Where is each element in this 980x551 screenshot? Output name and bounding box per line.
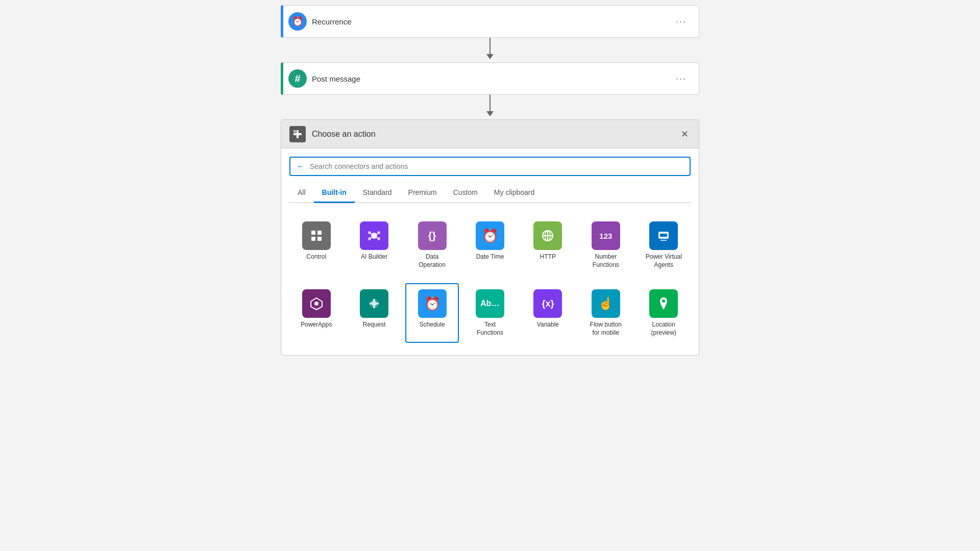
connector-request-icon <box>360 289 388 318</box>
arrow-1 <box>486 38 494 62</box>
tab-standard[interactable]: Standard <box>355 184 400 203</box>
recurrence-menu[interactable]: ··· <box>672 12 691 31</box>
arrow-line-1 <box>489 38 491 54</box>
arrow-head-2 <box>486 111 494 116</box>
connector-control-icon <box>302 221 331 250</box>
svg-rect-22 <box>660 234 667 237</box>
connector-power-virtual-agents-icon <box>649 221 678 250</box>
connector-data-operation[interactable]: {} DataOperation <box>405 215 459 275</box>
connector-variable-label: Variable <box>537 321 559 329</box>
connector-number-functions[interactable]: 123 NumberFunctions <box>579 215 632 275</box>
tab-premium[interactable]: Premium <box>400 184 445 203</box>
connector-schedule-icon: ⏰ <box>418 289 447 318</box>
svg-rect-2 <box>293 130 296 133</box>
tab-built-in[interactable]: Built-in <box>314 184 355 203</box>
svg-rect-5 <box>317 231 322 235</box>
connector-http-icon <box>533 221 562 250</box>
svg-point-27 <box>373 299 375 301</box>
arrow-head-1 <box>486 54 494 59</box>
svg-rect-21 <box>660 240 667 241</box>
svg-rect-4 <box>311 237 315 241</box>
connector-text-functions-label: TextFunctions <box>477 321 503 337</box>
connector-date-time-label: Date Time <box>476 253 504 261</box>
connector-number-functions-icon: 123 <box>592 221 620 250</box>
recurrence-label: Recurrence <box>312 17 672 26</box>
search-back-icon[interactable]: ← <box>297 162 305 171</box>
panel-title: Choose an action <box>312 130 679 139</box>
connector-flow-button[interactable]: ☝ Flow buttonfor mobile <box>579 283 632 343</box>
connector-power-apps-label: PowerApps <box>301 321 332 329</box>
svg-point-29 <box>373 306 375 308</box>
connector-location-icon <box>649 289 678 318</box>
connector-location-label: Location(preview) <box>651 321 676 337</box>
svg-rect-6 <box>317 237 322 241</box>
connector-date-time[interactable]: ⏰ Date Time <box>463 215 517 275</box>
connector-schedule[interactable]: ⏰ Schedule <box>405 283 459 343</box>
svg-point-30 <box>370 303 372 305</box>
connector-schedule-label: Schedule <box>420 321 445 329</box>
search-input[interactable] <box>310 162 683 170</box>
svg-point-28 <box>377 303 379 305</box>
connector-flow-button-label: Flow buttonfor mobile <box>590 321 622 337</box>
action-icon-svg <box>292 129 303 139</box>
svg-rect-3 <box>311 231 315 235</box>
tab-custom[interactable]: Custom <box>445 184 486 203</box>
post-message-icon: # <box>288 69 307 88</box>
post-message-icon-box: # <box>283 62 312 95</box>
connector-power-apps-icon <box>302 289 331 318</box>
panel-header-icon <box>289 126 306 142</box>
connector-ai-builder-label: AI Builder <box>361 253 387 261</box>
panel-body: ← All Built-in Standard Premium Custom M… <box>281 148 699 355</box>
tabs-bar: All Built-in Standard Premium Custom My … <box>289 184 691 203</box>
flow-container: ⏰ Recurrence ··· # Post message ··· <box>281 5 699 356</box>
connector-power-apps[interactable]: PowerApps <box>289 283 343 343</box>
search-box: ← <box>289 157 691 176</box>
connector-variable-icon: {x} <box>533 289 562 318</box>
connector-location[interactable]: Location(preview) <box>637 283 691 343</box>
svg-rect-1 <box>297 130 299 138</box>
recurrence-icon: ⏰ <box>288 12 307 31</box>
tab-all[interactable]: All <box>289 184 314 203</box>
connector-http[interactable]: HTTP <box>521 215 575 275</box>
connector-date-time-icon: ⏰ <box>476 221 504 250</box>
post-message-menu[interactable]: ··· <box>672 69 691 88</box>
panel-header: Choose an action ✕ <box>281 120 699 148</box>
post-message-label: Post message <box>312 74 672 83</box>
connector-power-virtual-agents[interactable]: Power VirtualAgents <box>637 215 691 275</box>
arrow-2 <box>486 95 494 119</box>
connector-variable[interactable]: {x} Variable <box>521 283 575 343</box>
connector-data-operation-label: DataOperation <box>419 253 446 269</box>
connector-control-label: Control <box>306 253 326 261</box>
connector-ai-builder[interactable]: AI Builder <box>347 215 401 275</box>
tab-my-clipboard[interactable]: My clipboard <box>486 184 543 203</box>
connector-grid-row1: Control AI Builder {} DataOpe <box>289 211 691 279</box>
recurrence-icon-box: ⏰ <box>283 5 312 38</box>
connector-control[interactable]: Control <box>289 215 343 275</box>
connector-flow-button-icon: ☝ <box>592 289 620 318</box>
svg-point-31 <box>662 299 665 303</box>
svg-point-24 <box>314 302 318 306</box>
post-message-step: # Post message ··· <box>281 62 699 95</box>
panel-close-button[interactable]: ✕ <box>679 127 691 142</box>
connector-http-label: HTTP <box>540 253 556 261</box>
connector-data-operation-icon: {} <box>418 221 447 250</box>
svg-point-26 <box>372 301 377 306</box>
connector-ai-builder-icon <box>360 221 388 250</box>
connector-text-functions[interactable]: Ab… TextFunctions <box>463 283 517 343</box>
connector-text-functions-icon: Ab… <box>476 289 504 318</box>
connector-number-functions-label: NumberFunctions <box>593 253 619 269</box>
recurrence-step: ⏰ Recurrence ··· <box>281 5 699 38</box>
connector-request[interactable]: Request <box>347 283 401 343</box>
arrow-line-2 <box>489 95 491 111</box>
connector-request-label: Request <box>363 321 386 329</box>
connector-grid-row2: PowerApps Request ⏰ Schedule <box>289 279 691 347</box>
connector-power-virtual-agents-label: Power VirtualAgents <box>646 253 682 269</box>
canvas: ⏰ Recurrence ··· # Post message ··· <box>0 0 980 551</box>
choose-action-panel: Choose an action ✕ ← All Built-in Standa… <box>281 119 699 356</box>
